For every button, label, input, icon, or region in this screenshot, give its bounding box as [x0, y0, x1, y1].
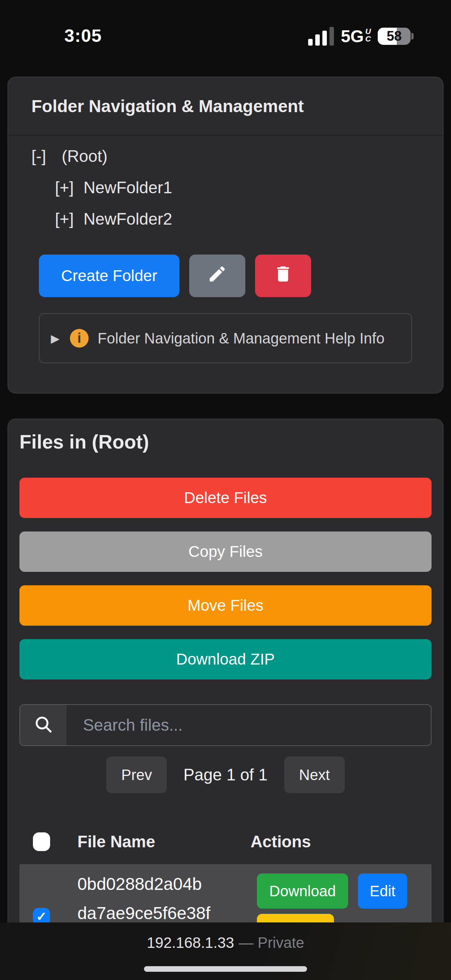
pencil-icon	[207, 264, 227, 288]
battery-icon: 58	[378, 28, 414, 45]
cellular-signal-icon	[308, 27, 334, 46]
move-files-button[interactable]: Move Files	[19, 585, 432, 626]
status-time: 3:05	[64, 25, 102, 46]
address-bar[interactable]: 192.168.1.33— Private	[0, 934, 451, 951]
pagination: Prev Page 1 of 1 Next	[19, 756, 432, 793]
home-indicator[interactable]	[144, 966, 307, 972]
delete-files-button[interactable]: Delete Files	[19, 478, 432, 518]
status-bar: 3:05 5G U C 58	[0, 0, 451, 52]
tree-node-label[interactable]: (Root)	[62, 147, 107, 165]
rename-folder-button[interactable]	[189, 255, 245, 297]
select-all-checkbox[interactable]	[33, 832, 50, 851]
tree-node-root[interactable]: [-] (Root)	[32, 147, 443, 165]
collapse-toggle[interactable]: [-]	[32, 147, 46, 165]
info-icon: i	[70, 329, 89, 348]
create-folder-button[interactable]: Create Folder	[39, 255, 180, 297]
address-url[interactable]: 192.168.1.33	[147, 934, 234, 951]
folder-actions-row: Create Folder	[39, 255, 443, 297]
files-card-title: Files in (Root)	[19, 430, 432, 454]
actions-column-header: Actions	[240, 832, 432, 851]
battery-nub	[411, 33, 414, 40]
file-search-bar	[19, 704, 432, 746]
help-accordion-label: Folder Navigation & Management Help Info	[97, 330, 384, 347]
folder-management-card: Folder Navigation & Management [-] (Root…	[8, 76, 443, 394]
folder-card-title: Folder Navigation & Management	[8, 77, 443, 136]
download-file-button[interactable]: Download	[257, 873, 348, 908]
network-type-indicator: 5G U C	[341, 27, 371, 46]
network-type-label: 5G	[341, 27, 363, 46]
search-input[interactable]	[67, 705, 431, 745]
expand-toggle[interactable]: [+]	[55, 210, 74, 228]
prev-page-button[interactable]: Prev	[106, 756, 167, 793]
folder-tree: [-] (Root) [+] NewFolder1 [+] NewFolder2	[8, 147, 443, 228]
tree-node-label[interactable]: NewFolder2	[83, 210, 172, 228]
trash-icon	[273, 264, 293, 288]
search-button[interactable]	[20, 705, 67, 745]
file-name-line1: 0bd0288d2a04b	[77, 869, 240, 899]
battery-percent: 58	[378, 28, 411, 45]
file-name-column-header: File Name	[53, 832, 240, 851]
tree-node-newfolder1[interactable]: [+] NewFolder1	[32, 178, 443, 197]
status-indicators: 5G U C 58	[308, 27, 414, 46]
tree-node-newfolder2[interactable]: [+] NewFolder2	[32, 210, 443, 228]
private-mode-label: — Private	[239, 934, 304, 951]
files-card: Files in (Root) Delete Files Copy Files …	[8, 418, 443, 971]
delete-folder-button[interactable]	[255, 255, 311, 297]
browser-address-bar: 192.168.1.33— Private	[0, 923, 451, 980]
disclosure-triangle-icon[interactable]: ▶	[51, 332, 59, 345]
search-icon	[33, 714, 54, 736]
file-table-header: File Name Actions	[19, 824, 432, 860]
copy-files-button[interactable]: Copy Files	[19, 531, 432, 572]
tree-node-label[interactable]: NewFolder1	[83, 178, 172, 197]
expand-toggle[interactable]: [+]	[55, 178, 74, 197]
edit-file-button[interactable]: Edit	[358, 873, 407, 908]
network-subtype-label: U C	[365, 28, 371, 43]
download-zip-button[interactable]: Download ZIP	[19, 639, 432, 679]
next-page-button[interactable]: Next	[284, 756, 345, 793]
help-accordion[interactable]: ▶ i Folder Navigation & Management Help …	[39, 313, 412, 363]
page-status: Page 1 of 1	[183, 765, 268, 784]
